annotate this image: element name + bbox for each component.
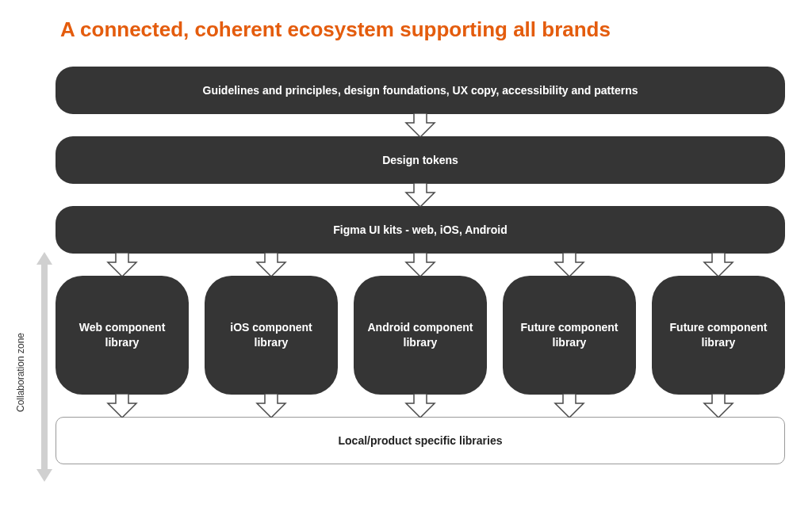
arrow-down-icon [106,253,138,277]
card-ios-component-library: iOS component library [205,276,338,395]
card-label: Future component library [514,320,625,350]
card-android-component-library: Android component library [354,276,487,395]
card-web-component-library: Web component library [56,276,189,395]
arrow-down-icon [553,394,585,418]
arrow-down-icon [106,394,138,418]
collaboration-zone-indicator: Collaboration zone [6,252,54,482]
layer-tokens-label: Design tokens [382,154,458,166]
layer-tokens: Design tokens [56,136,785,184]
layer-guidelines-label: Guidelines and principles, design founda… [203,84,638,97]
arrow-down-icon [255,253,287,277]
arrow-down-icon [404,183,436,207]
collaboration-zone-label: Collaboration zone [15,333,26,412]
card-label: Android component library [365,320,476,350]
arrow-down-icon [404,253,436,277]
layer-figma: Figma UI kits - web, iOS, Android [56,206,785,254]
card-label: iOS component library [216,320,327,350]
ecosystem-diagram: Guidelines and principles, design founda… [56,67,785,464]
arrow-down-icon [703,253,734,277]
arrow-down-icon [255,394,287,418]
layer-figma-label: Figma UI kits - web, iOS, Android [333,223,508,236]
arrow-tokens-to-figma [56,183,785,207]
arrow-guidelines-to-tokens [56,113,785,137]
double-arrow-vertical-icon [36,252,52,482]
arrow-down-icon [404,113,436,137]
arrows-components-to-local [56,394,785,418]
page-title: A connected, coherent ecosystem supporti… [60,17,611,42]
component-libraries-row: Web component library iOS component libr… [56,276,785,395]
arrow-down-icon [404,394,436,418]
layer-local-libraries: Local/product specific libraries [56,417,785,464]
arrow-down-icon [553,253,585,277]
arrow-down-icon [703,394,734,418]
card-future-component-library: Future component library [652,276,785,395]
card-future-component-library: Future component library [503,276,636,395]
card-label: Future component library [663,320,774,350]
card-label: Web component library [67,320,178,350]
layer-local-label: Local/product specific libraries [339,434,503,447]
layer-guidelines: Guidelines and principles, design founda… [56,67,785,114]
arrows-figma-to-components [56,253,785,277]
